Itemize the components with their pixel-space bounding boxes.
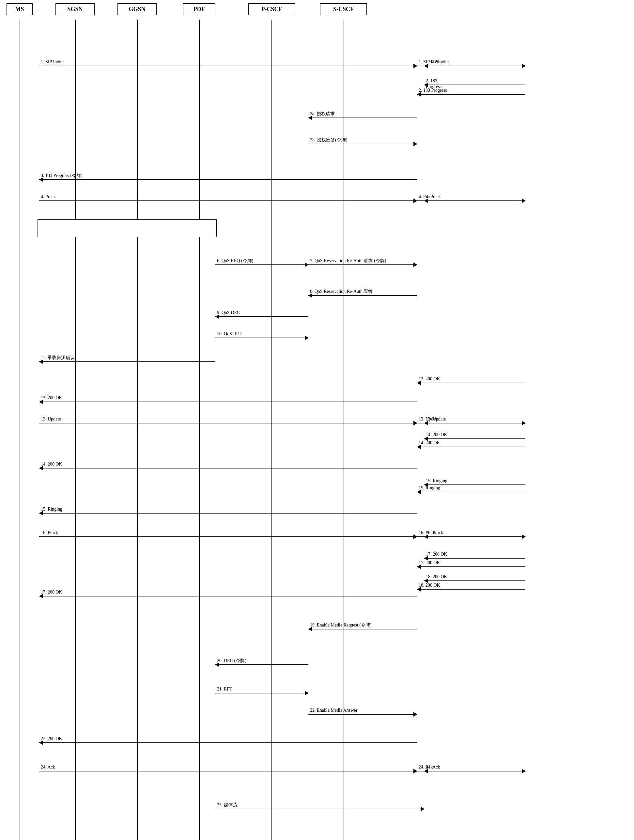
arrow-label: 16. Prack: [41, 530, 58, 536]
lifeline-sgsn: [75, 20, 76, 840]
sequence-diagram: MSSGSNGGSNPDFP-CSCFS-CSCF1. SIP Invite1.…: [0, 0, 634, 840]
arrow-label: 14. 200 OK: [419, 440, 440, 446]
arrow-line: [417, 492, 525, 492]
arrow-label: 25. 媒体流: [217, 802, 238, 808]
arrow-line: [424, 439, 525, 439]
arrow-line: [39, 201, 417, 201]
arrow-line: [417, 94, 525, 95]
arrow-line: [417, 447, 525, 447]
arrow-label: 12. 200 OK: [419, 376, 440, 382]
arrow-line: [39, 362, 215, 362]
arrowhead: [413, 712, 417, 717]
arrow-line: [308, 264, 417, 265]
arrow-label: 18. 200 OK: [419, 583, 440, 588]
arrow-label: 8. QoS Reservation Re-Auth 应答: [310, 289, 373, 294]
arrow-label: 19. Enable Media Request (令牌): [310, 622, 372, 628]
arrowhead: [413, 262, 417, 267]
entity-scscf: S-CSCF: [320, 3, 367, 15]
arrow-label: 15. Ringing: [41, 506, 62, 512]
arrow-label: 15. Ringing: [419, 485, 440, 491]
entity-ms: MS: [6, 3, 33, 15]
arrow-line: [424, 581, 525, 581]
arrow-line: [39, 536, 417, 537]
arrow-line: [417, 383, 525, 383]
arrow-line: [39, 513, 417, 513]
arrow-label: 22. Enable Media Answer: [310, 707, 357, 713]
entity-pdf: PDF: [183, 3, 215, 15]
arrow-label: 16. Prack: [426, 530, 443, 536]
arrow-line: [424, 423, 525, 423]
arrowhead: [413, 142, 417, 146]
arrow-label: 14. 200 OK: [41, 461, 62, 467]
arrow-label: 23. 200 OK: [41, 736, 62, 742]
arrow-line: [424, 536, 525, 537]
lifeline-ggsn: [137, 20, 138, 840]
arrow-label: 14. 200 OK: [426, 432, 447, 438]
arrow-line: [39, 179, 417, 180]
arrow-line: [39, 468, 417, 469]
arrow-label: 2a. 授权请求: [310, 111, 335, 117]
arrow-label: 4. Prack: [41, 194, 56, 200]
arrow-line: [424, 558, 525, 559]
arrowhead: [421, 807, 424, 811]
arrow-label: 15. Ringing: [426, 478, 447, 484]
arrow-label: 20. DEC (令牌): [217, 658, 246, 664]
arrow-line: [308, 117, 417, 118]
arrow-label: 17. 200 OK: [419, 560, 440, 566]
arrow-line: [417, 567, 525, 567]
arrow-line: [215, 316, 308, 317]
arrow-line: [215, 264, 308, 265]
arrow-line: [424, 66, 525, 66]
arrow-line: [39, 401, 417, 402]
arrow-line: [215, 338, 308, 338]
arrow-label: 6. QoS REQ (令牌): [217, 258, 253, 264]
arrow-line: [39, 771, 417, 771]
arrow-label: 24. Ack: [426, 764, 440, 770]
arrow-line: [215, 808, 424, 809]
arrow-label: 9. QoS DEC: [217, 310, 240, 316]
arrow-label: 2b. 授权应答(令牌): [310, 137, 347, 143]
arrow-line: [308, 629, 417, 629]
arrow-line: [215, 693, 308, 693]
arrow-label: 4. Prack: [426, 194, 441, 200]
entity-pcscf: P-CSCF: [248, 3, 295, 15]
arrow-label: 1. SIP Invite: [41, 59, 64, 65]
entity-ggsn: GGSN: [117, 3, 157, 15]
arrow-label: 24. Ack: [41, 764, 55, 770]
arrowhead: [305, 336, 309, 340]
arrow-label: 10. QoS RPT: [217, 331, 241, 337]
activation-box-bearer-request: [38, 219, 217, 237]
arrow-line: [39, 596, 417, 597]
arrow-label: 17. 200 OK: [41, 589, 62, 595]
arrow-label: 13. Update: [426, 416, 446, 422]
arrow-line: [308, 714, 417, 715]
arrow-label: 12. 200 OK: [41, 395, 62, 401]
arrow-line: [308, 295, 417, 296]
arrow-label: 21. RPT: [217, 686, 232, 692]
arrow-label: 11. 承载资源确认: [41, 355, 75, 361]
arrow-line: [424, 485, 525, 485]
arrow-label: 17. 200 OK: [426, 551, 447, 557]
arrow-label: 1. SIP Invite,: [426, 59, 449, 65]
arrow-line: [39, 66, 417, 66]
arrow-line: [424, 201, 525, 201]
arrow-line: [417, 589, 525, 590]
arrow-line: [215, 664, 308, 665]
arrow-label: 13. Update: [41, 416, 61, 422]
arrow-label: 2. 183 Progress: [426, 78, 442, 90]
arrow-line: [39, 742, 417, 743]
arrow-line: [39, 423, 417, 423]
arrowhead: [305, 691, 309, 695]
lifeline-ms: [20, 20, 20, 840]
entity-sgsn: SGSN: [55, 3, 95, 15]
arrow-label: 3. 183 Progress (令牌): [41, 173, 82, 178]
lifeline-pcscf: [271, 20, 272, 840]
arrow-label: 7. QoS Reservation Re-Auth 请求 (令牌): [310, 258, 386, 264]
arrow-line: [308, 144, 417, 144]
arrow-label: 18. 200 OK: [426, 574, 447, 580]
lifeline-pdf: [199, 20, 200, 840]
arrow-line: [424, 771, 525, 771]
